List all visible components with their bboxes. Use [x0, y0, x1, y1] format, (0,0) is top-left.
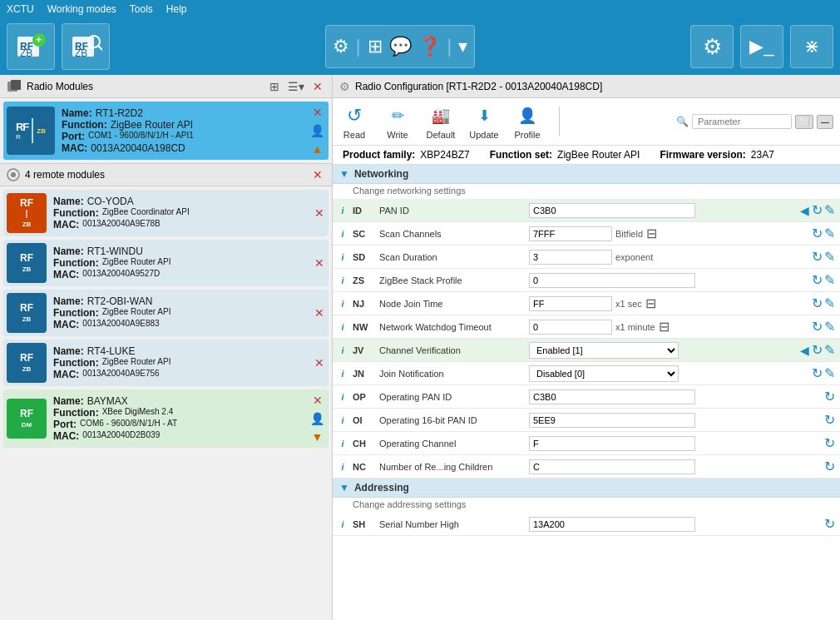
param-input-sh[interactable]	[529, 517, 695, 532]
param-refresh-jn[interactable]: ↻	[812, 365, 823, 381]
menu-help[interactable]: Help	[166, 3, 187, 15]
search-module-button[interactable]: RF ZB	[62, 23, 110, 70]
param-info-sd[interactable]: i	[333, 252, 353, 262]
param-refresh-op[interactable]: ↻	[824, 389, 835, 404]
network-button[interactable]: ⋇	[790, 25, 833, 68]
list-item[interactable]: RFDM Name:BAYMAX Function:XBee DigiMesh …	[3, 389, 329, 448]
remote-module-remove-0[interactable]: ✕	[314, 206, 325, 221]
param-select-jn[interactable]: Disabled [0] Enabled [1]	[529, 365, 679, 382]
terminal-button[interactable]: ▶_	[740, 25, 783, 68]
param-refresh-sh[interactable]: ↻	[824, 516, 835, 532]
list-item[interactable]: RFZB Name:RT1-WINDU Function:ZigBee Rout…	[3, 240, 329, 286]
param-input-op[interactable]	[529, 389, 695, 404]
param-input-nc[interactable]	[529, 459, 695, 474]
local-module-card[interactable]: RF R ZB Name:RT1-R2D2 Function:ZigBee Ro…	[3, 102, 329, 160]
param-write-id[interactable]: ✎	[824, 202, 835, 218]
param-calc-sc[interactable]: ⊟	[646, 226, 657, 241]
radio-modules-title: Radio Modules	[27, 81, 93, 92]
param-refresh-id[interactable]: ↻	[812, 202, 823, 218]
section-collapse-icon[interactable]: ▼	[339, 168, 349, 180]
modules-help-btn[interactable]: ⊞	[267, 79, 282, 94]
collapse-button[interactable]: —	[817, 115, 833, 129]
param-refresh-zs[interactable]: ↻	[812, 272, 823, 288]
param-info-jv[interactable]: i	[333, 345, 353, 355]
param-calc-nj[interactable]: ⊟	[645, 295, 656, 311]
param-info-op[interactable]: i	[333, 392, 353, 402]
param-write-jv[interactable]: ✎	[824, 342, 835, 358]
param-calc-nw[interactable]: ⊟	[659, 319, 670, 335]
section-collapse-icon-addressing[interactable]: ▼	[339, 482, 349, 494]
param-write-sd[interactable]: ✎	[824, 249, 835, 265]
param-input-sc[interactable]	[529, 226, 612, 241]
list-item[interactable]: RFZB Name:RT4-LUKE Function:ZigBee Route…	[3, 340, 329, 386]
param-input-oi[interactable]	[529, 413, 695, 428]
tool-console-icon[interactable]: 💬	[389, 36, 412, 57]
tool-help-icon[interactable]: ❓	[418, 36, 441, 57]
param-info-sh[interactable]: i	[333, 519, 353, 529]
param-write-zs[interactable]: ✎	[824, 272, 835, 288]
search-input[interactable]	[692, 114, 792, 129]
arrow-jv: ◀	[800, 344, 812, 357]
param-input-sd[interactable]	[529, 250, 612, 265]
default-button[interactable]: 🏭 Default	[426, 103, 456, 140]
param-info-zs[interactable]: i	[333, 275, 353, 285]
param-write-sc[interactable]: ✎	[824, 226, 835, 241]
local-module-up-btn[interactable]: ▲	[311, 141, 324, 156]
param-input-ch[interactable]	[529, 436, 695, 451]
modules-menu-btn[interactable]: ☰▾	[285, 79, 307, 94]
remote-module-down-4[interactable]: ▼	[311, 429, 324, 444]
param-select-jv[interactable]: Enabled [1] Disabled [0]	[529, 342, 679, 359]
remote-module-remove-2[interactable]: ✕	[314, 305, 325, 320]
profile-button[interactable]: 👤 Profile	[512, 103, 542, 140]
remote-module-remove-1[interactable]: ✕	[314, 255, 325, 270]
local-module-clone-btn[interactable]: 👤	[309, 123, 325, 138]
param-info-nc[interactable]: i	[333, 462, 353, 472]
param-write-nj[interactable]: ✎	[824, 295, 835, 311]
remote-modules-close-btn[interactable]: ✕	[310, 167, 325, 182]
read-button[interactable]: ↺ Read	[339, 103, 369, 140]
list-item[interactable]: RFZB Name:CO-YODA Function:ZigBee Coordi…	[3, 190, 329, 236]
param-info-ch[interactable]: i	[333, 439, 353, 449]
param-refresh-ch[interactable]: ↻	[824, 435, 835, 451]
local-module-remove-btn[interactable]: ✕	[312, 105, 324, 120]
write-button[interactable]: ✏ Write	[383, 103, 413, 140]
read-icon: ↺	[339, 103, 369, 128]
param-write-jn[interactable]: ✎	[824, 365, 835, 381]
remote-module-remove-3[interactable]: ✕	[314, 355, 325, 370]
remote-module-remove-4[interactable]: ✕	[312, 393, 324, 408]
param-write-nw[interactable]: ✎	[824, 319, 835, 335]
param-refresh-nj[interactable]: ↻	[812, 295, 823, 311]
param-input-nw[interactable]	[529, 320, 612, 335]
section-header-addressing: ▼ Addressing	[333, 479, 840, 498]
tool-dropdown-icon[interactable]: ▾	[458, 36, 467, 57]
param-refresh-oi[interactable]: ↻	[824, 412, 835, 428]
section-subtitle-networking: Change networking settings	[333, 184, 840, 199]
param-input-nj[interactable]	[529, 296, 612, 311]
update-button[interactable]: ⬇ Update	[469, 103, 499, 140]
list-item[interactable]: RFZB Name:RT2-OBI-WAN Function:ZigBee Ro…	[3, 290, 329, 336]
param-info-nj[interactable]: i	[333, 299, 353, 309]
param-input-id[interactable]	[529, 203, 695, 218]
remote-module-action-4[interactable]: 👤	[309, 411, 325, 426]
param-refresh-sc[interactable]: ↻	[812, 226, 823, 241]
param-info-sc[interactable]: i	[333, 229, 353, 239]
param-refresh-sd[interactable]: ↻	[812, 249, 823, 265]
param-info-id[interactable]: i	[333, 206, 353, 216]
add-module-button[interactable]: RF ZB +	[7, 23, 55, 70]
param-input-zs[interactable]	[529, 273, 695, 288]
settings-button[interactable]: ⚙	[690, 25, 734, 68]
param-refresh-nc[interactable]: ↻	[824, 459, 835, 474]
param-info-nw[interactable]: i	[333, 322, 353, 332]
param-refresh-jv[interactable]: ↻	[812, 342, 823, 358]
param-info-jn[interactable]: i	[333, 369, 353, 379]
param-refresh-nw[interactable]: ↻	[812, 319, 823, 335]
tool-configure-icon[interactable]: ⚙	[333, 36, 349, 57]
param-info-oi[interactable]: i	[333, 415, 353, 425]
menu-tools[interactable]: Tools	[130, 3, 153, 15]
menu-working-modes[interactable]: Working modes	[47, 3, 116, 15]
tool-network-icon[interactable]: ⊞	[368, 36, 383, 57]
modules-close-btn[interactable]: ✕	[310, 79, 325, 94]
expand-button[interactable]: ⬜	[795, 115, 813, 129]
param-code-id: ID	[353, 206, 379, 216]
section-title-networking: Networking	[354, 168, 408, 180]
